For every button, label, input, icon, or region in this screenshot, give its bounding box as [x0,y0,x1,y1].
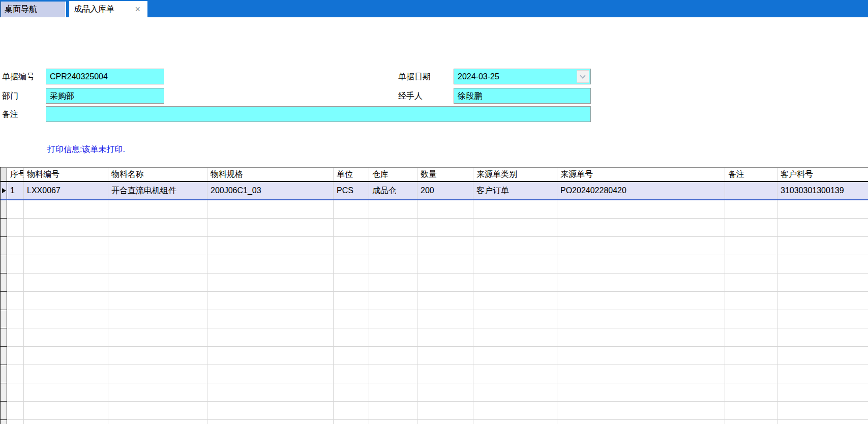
table-cell [7,402,24,419]
table-empty-row[interactable] [1,255,868,274]
doc-no-field[interactable]: CPR240325004 [46,69,164,84]
tab-desktop-navigation[interactable]: 桌面导航 [1,2,66,17]
table-cell [369,347,417,365]
table-cell [369,402,417,419]
table-cell [24,292,108,310]
cell-customer-part-no[interactable]: 31030301300139 [777,182,868,199]
items-table: 序号 物料编号 物料名称 物料规格 单位 仓库 数量 来源单类别 来源单号 备注… [0,167,868,424]
table-cell [557,274,725,291]
cell-warehouse[interactable]: 成品仓 [369,182,417,199]
col-header-spec[interactable]: 物料规格 [207,168,334,181]
col-header-source-no[interactable]: 来源单号 [557,168,725,181]
table-cell [369,219,417,236]
dept-field[interactable]: 采购部 [46,88,164,104]
row-indicator-cell [1,255,7,274]
table-empty-row[interactable] [1,328,868,347]
cell-material-name[interactable]: 开合直流电机组件 [108,182,207,199]
table-cell [24,420,108,424]
cell-unit[interactable]: PCS [334,182,369,199]
cell-source-type[interactable]: 客户订单 [473,182,557,199]
table-cell [334,237,369,255]
tab-label: 桌面导航 [5,4,37,15]
table-cell [777,347,868,365]
table-cell [334,420,369,424]
table-cell [207,347,334,365]
doc-date-field[interactable]: 2024-03-25 [454,69,591,84]
table-cell [725,219,777,236]
col-header-qty[interactable]: 数量 [417,168,473,181]
table-cell [417,347,473,365]
table-cell [557,365,725,383]
row-indicator-cell [1,182,7,199]
table-empty-row[interactable] [1,237,868,255]
col-header-warehouse[interactable]: 仓库 [369,168,417,181]
cell-source-no[interactable]: PO202402280420 [557,182,725,199]
table-cell [207,328,334,346]
cell-material-no[interactable]: LXX0067 [24,182,108,199]
table-cell [334,255,369,273]
handler-label: 经手人 [398,88,423,104]
col-header-customer-part-no[interactable]: 客户料号 [777,168,868,181]
col-header-seq[interactable]: 序号 [7,168,24,181]
tab-finished-goods-entry[interactable]: 成品入库单 × [69,1,147,17]
col-header-material-no[interactable]: 物料编号 [24,168,108,181]
table-cell [334,328,369,346]
date-dropdown-button[interactable] [577,70,589,83]
row-indicator-cell [1,347,7,365]
table-empty-row[interactable] [1,292,868,310]
cell-seq[interactable]: 1 [7,182,24,199]
table-cell [725,420,777,424]
table-empty-row[interactable] [1,274,868,292]
table-cell [24,365,108,383]
table-cell [473,347,557,365]
table-cell [207,402,334,419]
table-cell [557,402,725,419]
table-cell [473,383,557,401]
table-cell [334,347,369,365]
table-empty-row[interactable] [1,347,868,365]
row-indicator-cell [1,402,7,420]
col-header-remark[interactable]: 备注 [725,168,777,181]
close-icon[interactable]: × [135,5,140,14]
table-row-selected[interactable]: 1 LXX0067 开合直流电机组件 200J06C1_03 PCS 成品仓 2… [1,182,868,200]
table-cell [473,292,557,310]
table-cell [334,200,369,218]
table-cell [108,200,207,218]
row-indicator-cell [1,237,7,255]
app-window: 桌面导航 成品入库单 × 单据编号 CPR240325004 单据日期 2024… [0,0,868,424]
table-empty-row[interactable] [1,383,868,402]
table-empty-row[interactable] [1,420,868,424]
table-cell [108,255,207,273]
col-header-material-name[interactable]: 物料名称 [108,168,207,181]
table-cell [473,200,557,218]
remark-field[interactable] [46,106,591,122]
row-indicator-cell [1,365,7,383]
row-indicator-cell [1,292,7,310]
tab-label: 成品入库单 [74,4,114,15]
table-empty-row[interactable] [1,200,868,219]
table-empty-row[interactable] [1,219,868,237]
row-indicator-cell [1,420,7,424]
table-empty-row[interactable] [1,402,868,420]
table-cell [473,237,557,255]
table-cell [334,219,369,236]
table-cell [777,310,868,328]
col-header-unit[interactable]: 单位 [334,168,369,181]
table-empty-row[interactable] [1,365,868,383]
table-empty-row[interactable] [1,310,868,328]
table-header-row: 序号 物料编号 物料名称 物料规格 单位 仓库 数量 来源单类别 来源单号 备注… [1,167,868,182]
table-cell [7,219,24,236]
handler-field[interactable]: 徐段鹏 [454,88,591,104]
table-cell [207,200,334,218]
col-header-source-type[interactable]: 来源单类别 [473,168,557,181]
table-cell [24,200,108,218]
table-cell [7,292,24,310]
cell-remark[interactable] [725,182,777,199]
table-cell [334,292,369,310]
table-cell [7,420,24,424]
table-cell [7,274,24,291]
table-cell [207,255,334,273]
cell-qty[interactable]: 200 [417,182,473,199]
cell-spec[interactable]: 200J06C1_03 [207,182,334,199]
table-cell [7,328,24,346]
